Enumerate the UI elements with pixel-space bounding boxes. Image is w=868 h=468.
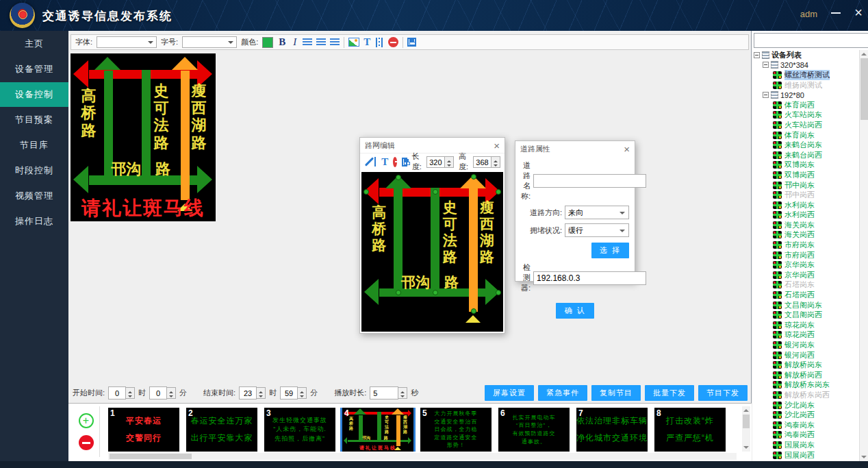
device-item[interactable]: 鸿泰岗西 bbox=[754, 430, 859, 441]
remove-program-button[interactable] bbox=[79, 435, 94, 450]
logged-in-user[interactable]: adm bbox=[800, 9, 817, 19]
control-point[interactable] bbox=[396, 175, 401, 180]
sidebar-item-设备管理[interactable]: 设备管理 bbox=[0, 57, 68, 82]
orange-arrow[interactable] bbox=[469, 188, 478, 312]
align-left-icon[interactable] bbox=[303, 38, 312, 46]
control-point[interactable] bbox=[433, 290, 438, 295]
playlist-item-3[interactable]: 3发生轻微交通事故“人未伤，车能动.先拍照，后撤离” bbox=[264, 408, 335, 452]
end-hour-stepper[interactable]: 23 bbox=[239, 386, 266, 399]
device-item[interactable]: 维扬岗测试 bbox=[754, 80, 859, 90]
vertical-scrollbar[interactable] bbox=[742, 406, 750, 452]
sidebar-item-节目库[interactable]: 节目库 bbox=[0, 133, 68, 158]
delete-icon[interactable] bbox=[393, 157, 397, 167]
sidebar-item-视频管理[interactable]: 视频管理 bbox=[0, 184, 68, 208]
duration-stepper[interactable]: 5 bbox=[370, 386, 407, 399]
sidebar-item-主页[interactable]: 主页 bbox=[0, 32, 68, 56]
device-item[interactable]: 海关岗西 bbox=[754, 230, 859, 241]
playlist-item-1[interactable]: 1平安春运交警同行 bbox=[108, 408, 179, 452]
horizontal-scrollbar[interactable] bbox=[108, 453, 737, 460]
length-value[interactable]: 320 bbox=[426, 156, 445, 168]
start-minute-stepper[interactable]: 0 bbox=[149, 386, 176, 399]
tree-root[interactable]: 设备列表 bbox=[754, 50, 859, 60]
device-item[interactable]: 水利岗西 bbox=[754, 210, 859, 221]
device-item[interactable]: 邗中岗东 bbox=[754, 180, 859, 190]
action-button-屏幕设置[interactable]: 屏幕设置 bbox=[485, 385, 534, 401]
select-button[interactable]: 选 择 bbox=[591, 243, 629, 258]
device-item[interactable]: 琼花岗东 bbox=[754, 320, 859, 330]
device-item[interactable]: 石塔岗西 bbox=[754, 290, 859, 300]
collapse-icon[interactable] bbox=[763, 62, 769, 68]
device-item[interactable]: 邗中岗西 bbox=[754, 190, 859, 200]
action-button-紧急事件[interactable]: 紧急事件 bbox=[538, 385, 587, 401]
device-search-input[interactable] bbox=[754, 33, 868, 48]
close-icon[interactable]: × bbox=[624, 144, 630, 154]
device-item[interactable]: 市府岗西 bbox=[754, 250, 859, 260]
playlist-item-2[interactable]: 2春运安全连万家出行平安靠大家 bbox=[186, 408, 257, 452]
action-button-节目下发[interactable]: 节目下发 bbox=[698, 385, 748, 401]
detector-input[interactable] bbox=[533, 271, 646, 285]
road-direction-select[interactable]: 来向 bbox=[565, 206, 629, 219]
action-button-复制节目[interactable]: 复制节目 bbox=[591, 385, 641, 401]
close-icon[interactable]: × bbox=[494, 140, 500, 151]
sidebar-item-设备控制[interactable]: 设备控制 bbox=[0, 82, 68, 107]
road-properties-titlebar[interactable]: 道路属性 × bbox=[515, 141, 635, 156]
road-editor-canvas[interactable]: 高 桥 路史 可 法 路瘦 西 湖 路邗沟路 bbox=[361, 172, 503, 332]
tree-group-320*384[interactable]: 320*384 bbox=[754, 60, 859, 71]
control-point[interactable] bbox=[496, 290, 501, 295]
action-button-批量下发[interactable]: 批量下发 bbox=[645, 385, 694, 401]
insert-image-icon[interactable] bbox=[348, 38, 359, 47]
end-minute-value[interactable]: 59 bbox=[280, 386, 298, 399]
playlist-item-5[interactable]: 5大力开展秋冬季交通安全整治百日会战，全力稳定道路交通安全形势！ bbox=[420, 408, 492, 452]
device-item[interactable]: 文昌阁岗西 bbox=[754, 310, 859, 320]
device-item[interactable]: 解放桥东岗西 bbox=[754, 390, 859, 400]
device-item[interactable]: 鸿泰岗东 bbox=[754, 420, 859, 430]
minimize-icon[interactable] bbox=[831, 12, 841, 14]
device-item[interactable]: 海关岗东 bbox=[754, 220, 859, 230]
pen-icon[interactable] bbox=[364, 157, 368, 167]
playlist-item-7[interactable]: 7依法治理非标车辆净化城市交通环境 bbox=[576, 408, 648, 452]
start-minute-value[interactable]: 0 bbox=[149, 386, 167, 399]
device-item[interactable]: 火车站岗西 bbox=[754, 120, 859, 130]
playlist-item-4[interactable]: 4高 桥 路史 可 法 路瘦 西 湖 路邗沟路请礼让斑马线 bbox=[342, 408, 413, 452]
playlist-item-8[interactable]: 8打击改装“炸严查严惩“机 bbox=[654, 408, 726, 452]
end-hour-value[interactable]: 23 bbox=[239, 386, 257, 399]
bold-button[interactable]: B bbox=[277, 36, 287, 48]
close-icon[interactable]: × bbox=[854, 4, 863, 21]
align-center-icon[interactable] bbox=[316, 38, 326, 46]
height-value[interactable]: 368 bbox=[473, 156, 492, 168]
control-point[interactable] bbox=[471, 174, 476, 180]
stepper-arrows[interactable] bbox=[257, 387, 266, 399]
color-swatch[interactable] bbox=[262, 37, 273, 48]
stepper-arrows[interactable] bbox=[126, 387, 135, 399]
device-item[interactable]: 体育岗西 bbox=[754, 100, 859, 110]
road-network-icon[interactable] bbox=[374, 38, 384, 47]
align-right-icon[interactable] bbox=[330, 38, 340, 46]
device-item[interactable]: 体育岗东 bbox=[754, 130, 859, 140]
start-hour-value[interactable]: 0 bbox=[108, 386, 126, 399]
road-icon[interactable] bbox=[373, 157, 377, 167]
device-item[interactable]: 京华岗东 bbox=[754, 260, 859, 270]
road-editor-titlebar[interactable]: 路网编辑 × bbox=[360, 138, 505, 153]
congestion-select[interactable]: 缓行 bbox=[565, 223, 629, 237]
device-item[interactable]: 国展岗东 bbox=[754, 440, 859, 450]
tree-group-192*80[interactable]: 192*80 bbox=[754, 90, 859, 100]
stepper-arrows[interactable] bbox=[298, 387, 307, 399]
device-item[interactable]: 国展岗西 bbox=[754, 450, 859, 460]
control-point[interactable] bbox=[433, 189, 438, 195]
height-stepper[interactable]: 368 bbox=[473, 156, 500, 168]
device-item[interactable]: 京华岗西 bbox=[754, 270, 859, 280]
device-item[interactable]: 银河岗东 bbox=[754, 340, 859, 350]
stepper-arrows[interactable] bbox=[492, 156, 500, 168]
control-point[interactable] bbox=[496, 189, 501, 195]
text-tool-icon[interactable]: T bbox=[363, 36, 370, 48]
confirm-button[interactable]: 确 认 bbox=[556, 303, 593, 319]
road-name-input[interactable] bbox=[533, 174, 646, 188]
duration-value[interactable]: 5 bbox=[370, 386, 398, 399]
save-icon[interactable] bbox=[402, 158, 407, 167]
device-item[interactable]: 沙北岗东 bbox=[754, 400, 859, 410]
device-item[interactable]: 市府岗东 bbox=[754, 240, 859, 250]
delete-icon[interactable] bbox=[388, 37, 398, 47]
device-item[interactable]: 石塔岗东 bbox=[754, 280, 859, 291]
device-item[interactable]: 琼花岗西 bbox=[754, 330, 859, 341]
end-minute-stepper[interactable]: 59 bbox=[280, 386, 307, 399]
